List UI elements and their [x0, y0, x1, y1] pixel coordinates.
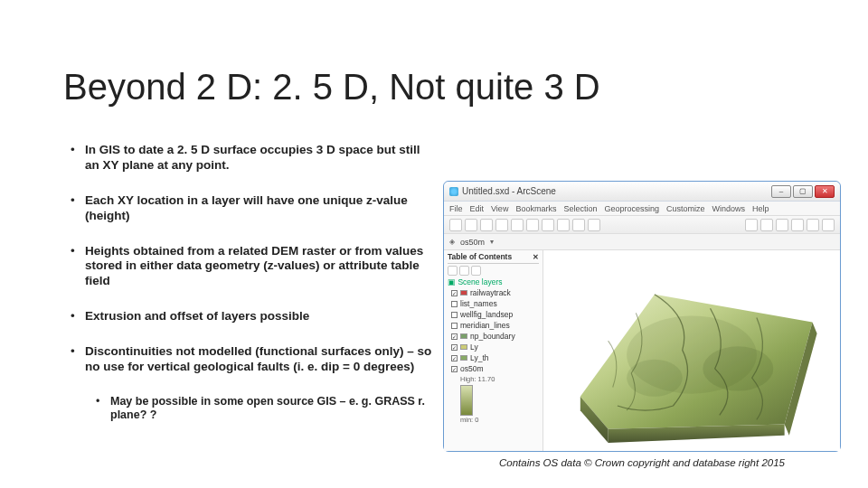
- layer-swatch: [460, 344, 467, 350]
- bullet-item: Extrusion and offset of layers possible: [71, 309, 432, 324]
- checkbox-icon[interactable]: [451, 301, 458, 307]
- layer-select[interactable]: os50m: [460, 238, 485, 247]
- checkbox-icon[interactable]: [451, 323, 458, 329]
- bullet-item: Heights obtained from a related DEM rast…: [71, 244, 432, 290]
- maximize-button[interactable]: ▢: [793, 185, 813, 198]
- tool-button[interactable]: [480, 219, 493, 231]
- toc-view-button[interactable]: [459, 266, 469, 276]
- close-button[interactable]: ✕: [815, 185, 835, 198]
- window-title: Untitled.sxd - ArcScene: [462, 186, 556, 196]
- menu-item[interactable]: File: [449, 204, 463, 213]
- menu-item[interactable]: Windows: [712, 204, 746, 213]
- checkbox-icon[interactable]: [451, 312, 458, 318]
- sub-bullet-item: May be possible in some open source GIS …: [96, 395, 432, 423]
- arcscene-window: Untitled.sxd - ArcScene – ▢ ✕ File Edit …: [443, 181, 841, 452]
- tool-button[interactable]: [807, 219, 819, 231]
- toc-layer[interactable]: list_names: [451, 299, 539, 308]
- tool-button[interactable]: [791, 219, 804, 231]
- toc-layer[interactable]: meridian_lines: [451, 321, 539, 330]
- toc-layer[interactable]: railwaytrack: [451, 288, 539, 297]
- toc-pin-icon[interactable]: ✕: [533, 253, 539, 261]
- color-ramp: [460, 385, 473, 416]
- tool-button[interactable]: [760, 219, 773, 231]
- toc-title: Table of Contents: [448, 252, 512, 261]
- tool-button[interactable]: [495, 219, 508, 231]
- scene-viewport[interactable]: [543, 250, 840, 451]
- tool-button[interactable]: [745, 219, 758, 231]
- menu-item[interactable]: View: [491, 204, 508, 213]
- chevron-icon: ◈: [449, 238, 455, 246]
- checkbox-icon[interactable]: [451, 344, 458, 351]
- layer-swatch: [460, 290, 467, 296]
- menu-item[interactable]: Bookmarks: [515, 204, 556, 213]
- checkbox-icon[interactable]: [451, 333, 458, 340]
- toc-layer[interactable]: wellfig_landsep: [451, 310, 539, 319]
- tool-button[interactable]: [588, 219, 600, 231]
- raster-high: High: 11.70: [460, 375, 539, 383]
- bullet-item: Discontinuities not modelled (functional…: [71, 344, 432, 375]
- toc-layer[interactable]: np_boundary: [451, 332, 539, 341]
- menu-bar: File Edit View Bookmarks Selection Geopr…: [444, 202, 840, 216]
- tool-button[interactable]: [465, 219, 477, 231]
- tool-button[interactable]: [557, 219, 570, 231]
- app-icon: [449, 187, 458, 196]
- tool-button[interactable]: [449, 219, 462, 231]
- tool-button[interactable]: [511, 219, 524, 231]
- window-titlebar: Untitled.sxd - ArcScene – ▢ ✕: [444, 182, 840, 202]
- menu-item[interactable]: Customize: [666, 204, 705, 213]
- terrain-3d: [552, 267, 831, 452]
- figure-caption: Contains OS data © Crown copyright and d…: [443, 457, 841, 468]
- toc-raster[interactable]: os50m: [451, 364, 539, 373]
- svg-point-5: [703, 346, 773, 390]
- svg-point-6: [627, 360, 683, 397]
- toolbar: [444, 216, 840, 234]
- tool-button[interactable]: [822, 219, 835, 231]
- tool-button[interactable]: [526, 219, 539, 231]
- tool-button[interactable]: [572, 219, 585, 231]
- checkbox-icon[interactable]: [451, 366, 458, 372]
- toc-view-button[interactable]: [448, 266, 458, 276]
- toc-layer[interactable]: Ly_th: [451, 353, 539, 362]
- layer-swatch: [460, 355, 467, 361]
- bullet-list: In GIS to date a 2. 5 D surface occupies…: [71, 143, 432, 423]
- table-of-contents: Table of Contents ✕ ▣ Scene layers railw…: [444, 250, 543, 451]
- menu-item[interactable]: Selection: [563, 204, 597, 213]
- checkbox-icon[interactable]: [451, 355, 458, 361]
- tool-button[interactable]: [776, 219, 788, 231]
- raster-low: min: 0: [460, 416, 539, 424]
- bullet-item: Each XY location in a layer will have on…: [71, 193, 432, 224]
- layer-selector-bar: ◈ os50m ▾: [444, 234, 840, 250]
- bullet-item: In GIS to date a 2. 5 D surface occupies…: [71, 143, 432, 174]
- toc-view-button[interactable]: [471, 266, 481, 276]
- menu-item[interactable]: Geoprocessing: [604, 204, 659, 213]
- checkbox-icon[interactable]: [451, 290, 458, 296]
- toc-group: ▣ Scene layers: [448, 277, 539, 286]
- tool-button[interactable]: [542, 219, 554, 231]
- menu-item[interactable]: Help: [752, 204, 769, 213]
- minimize-button[interactable]: –: [771, 185, 791, 198]
- toc-layer[interactable]: Ly: [451, 343, 539, 352]
- slide-title: Beyond 2 D: 2. 5 D, Not quite 3 D: [63, 67, 600, 108]
- layer-swatch: [460, 333, 467, 339]
- menu-item[interactable]: Edit: [470, 204, 485, 213]
- chevron-down-icon: ▾: [490, 238, 494, 246]
